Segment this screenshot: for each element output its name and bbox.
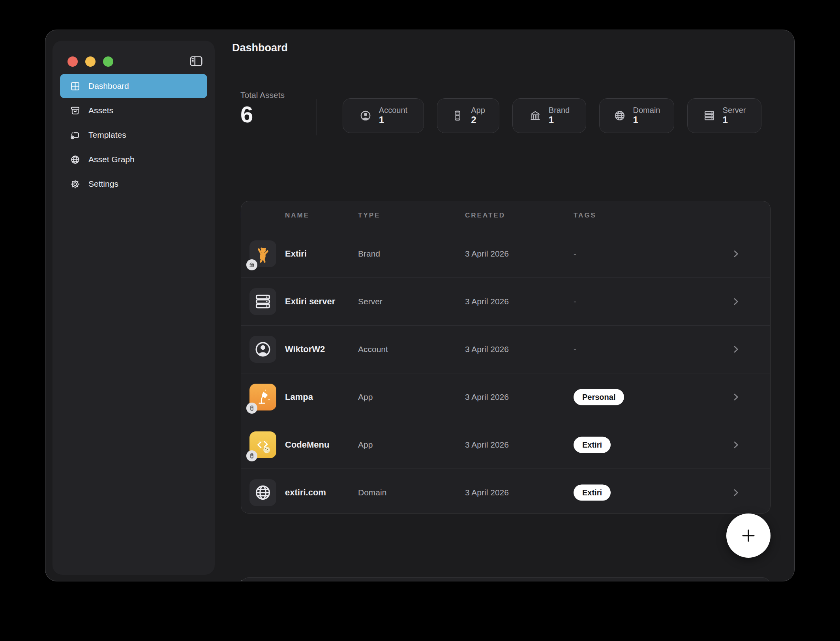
stat-card-text: App2 bbox=[471, 106, 485, 125]
column-header-created: CREATED bbox=[465, 212, 505, 219]
table-row[interactable]: ExtiriBrand3 April 2026- bbox=[241, 230, 770, 277]
stat-card-label: Brand bbox=[549, 106, 570, 114]
table-header: NAMETYPECREATEDTAGS bbox=[241, 201, 770, 230]
chevron-right-icon[interactable] bbox=[731, 487, 741, 498]
archive-box-icon bbox=[70, 105, 81, 116]
page-title: Dashboard bbox=[232, 42, 288, 54]
column-header-type: TYPE bbox=[358, 212, 380, 219]
asset-tags: Extiri bbox=[574, 485, 611, 501]
table-body: ExtiriBrand3 April 2026-Extiri serverSer… bbox=[241, 230, 770, 514]
tag-pill[interactable]: Extiri bbox=[574, 437, 611, 453]
chevron-right-icon[interactable] bbox=[731, 249, 741, 259]
tag-pill[interactable]: Personal bbox=[574, 389, 624, 405]
stat-card-value: 1 bbox=[549, 115, 570, 126]
asset-tags: - bbox=[574, 345, 576, 354]
globe-icon bbox=[70, 154, 81, 165]
sidebar-toggle-icon[interactable] bbox=[189, 54, 204, 68]
sidebar-item-assets[interactable]: Assets bbox=[60, 98, 207, 123]
asset-name: Extiri bbox=[285, 249, 307, 259]
chevron-right-icon[interactable] bbox=[731, 296, 741, 307]
stat-card-text: Domain1 bbox=[633, 106, 660, 125]
sidebar-item-label: Dashboard bbox=[88, 81, 129, 91]
asset-type: App bbox=[358, 440, 373, 450]
stat-card-server[interactable]: Server1 bbox=[687, 98, 761, 133]
grid-icon bbox=[70, 81, 81, 92]
sidebar-item-label: Settings bbox=[88, 179, 118, 189]
recently-opened-table: NAMETYPECREATEDTAGS ExtiriBrand3 April 2… bbox=[241, 201, 771, 514]
app-window: DashboardAssetsTemplatesAsset GraphSetti… bbox=[45, 30, 795, 581]
most-opened-table bbox=[241, 577, 771, 581]
asset-created-date: 3 April 2026 bbox=[465, 392, 509, 402]
table-row[interactable]: CodeMenuApp3 April 2026Extiri bbox=[241, 421, 770, 469]
total-assets-value: 6 bbox=[240, 101, 253, 127]
person-circle-icon bbox=[249, 336, 276, 363]
asset-created-date: 3 April 2026 bbox=[465, 297, 509, 306]
table-row[interactable]: LampaApp3 April 2026Personal bbox=[241, 373, 770, 421]
asset-type: Brand bbox=[358, 249, 380, 259]
stat-card-text: Account1 bbox=[379, 106, 407, 125]
type-badge-bank-icon bbox=[246, 259, 257, 270]
server-icon bbox=[703, 109, 716, 122]
stat-card-label: Server bbox=[723, 106, 746, 114]
template-plus-icon bbox=[70, 130, 81, 141]
sidebar-item-label: Assets bbox=[88, 106, 113, 115]
asset-tags: - bbox=[574, 249, 576, 259]
stat-cards: Account1App2Brand1Domain1Server1 bbox=[343, 98, 761, 133]
phone-app-icon bbox=[451, 109, 464, 122]
stat-card-text: Brand1 bbox=[549, 106, 570, 125]
minimize-button[interactable] bbox=[85, 56, 96, 67]
asset-name: Lampa bbox=[285, 392, 313, 402]
sidebar-item-label: Asset Graph bbox=[88, 155, 135, 164]
asset-name: WiktorW2 bbox=[285, 344, 325, 354]
sidebar: DashboardAssetsTemplatesAsset GraphSetti… bbox=[52, 41, 215, 575]
table-row[interactable]: extiri.comDomain3 April 2026Extiri bbox=[241, 469, 770, 514]
bank-icon bbox=[529, 109, 542, 122]
stat-card-app[interactable]: App2 bbox=[437, 98, 499, 133]
sidebar-item-asset-graph[interactable]: Asset Graph bbox=[60, 147, 207, 172]
add-asset-button[interactable] bbox=[726, 514, 771, 558]
chevron-right-icon[interactable] bbox=[731, 392, 741, 402]
gear-icon bbox=[70, 179, 81, 189]
lamp-icon bbox=[249, 384, 276, 410]
tag-pill[interactable]: Extiri bbox=[574, 485, 611, 501]
chevron-right-icon[interactable] bbox=[731, 440, 741, 450]
stat-card-text: Server1 bbox=[723, 106, 746, 125]
screenshot-stage: DashboardAssetsTemplatesAsset GraphSetti… bbox=[0, 0, 840, 641]
stat-card-account[interactable]: Account1 bbox=[343, 98, 424, 133]
bear-mascot-icon bbox=[249, 240, 276, 267]
stat-card-value: 1 bbox=[379, 115, 407, 126]
stat-card-label: Account bbox=[379, 106, 407, 114]
asset-created-date: 3 April 2026 bbox=[465, 345, 509, 354]
asset-created-date: 3 April 2026 bbox=[465, 488, 509, 497]
sidebar-item-dashboard[interactable]: Dashboard bbox=[60, 74, 207, 98]
sidebar-item-settings[interactable]: Settings bbox=[60, 172, 207, 196]
total-assets-label: Total Assets bbox=[240, 90, 285, 100]
stat-card-label: App bbox=[471, 106, 485, 114]
asset-tags: - bbox=[574, 297, 576, 306]
asset-type: Domain bbox=[358, 488, 386, 497]
chevron-right-icon[interactable] bbox=[731, 344, 741, 354]
asset-name: CodeMenu bbox=[285, 440, 329, 450]
stat-card-domain[interactable]: Domain1 bbox=[599, 98, 674, 133]
asset-name: extiri.com bbox=[285, 487, 326, 498]
table-row[interactable]: WiktorW2Account3 April 2026- bbox=[241, 325, 770, 373]
asset-tags: Extiri bbox=[574, 437, 611, 453]
code-icon bbox=[249, 431, 276, 458]
asset-type: App bbox=[358, 392, 373, 402]
column-header-name: NAME bbox=[285, 212, 309, 219]
stat-card-brand[interactable]: Brand1 bbox=[512, 98, 586, 133]
type-badge-phone-app-icon bbox=[246, 403, 257, 414]
person-circle-icon bbox=[359, 109, 372, 122]
sidebar-item-templates[interactable]: Templates bbox=[60, 123, 207, 147]
asset-type: Account bbox=[358, 345, 388, 354]
zoom-button[interactable] bbox=[103, 56, 113, 67]
asset-name: Extiri server bbox=[285, 296, 335, 307]
globe-icon bbox=[249, 479, 276, 506]
asset-created-date: 3 April 2026 bbox=[465, 249, 509, 259]
asset-tags: Personal bbox=[574, 389, 624, 405]
server-icon bbox=[249, 288, 276, 315]
table-row[interactable]: Extiri serverServer3 April 2026- bbox=[241, 277, 770, 325]
divider bbox=[317, 99, 317, 135]
type-badge-phone-app-icon bbox=[246, 450, 257, 461]
close-button[interactable] bbox=[68, 56, 78, 67]
